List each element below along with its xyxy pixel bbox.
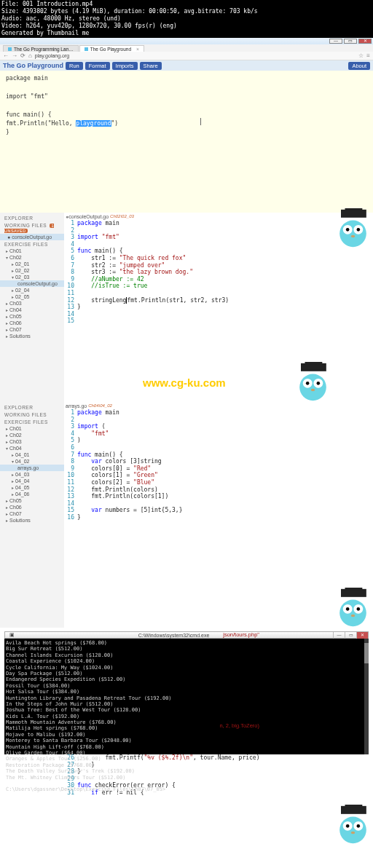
svg-point-26 [339,817,366,844]
folder-item[interactable]: Ch02 [0,432,64,438]
svg-point-22 [357,607,361,611]
sidebar-item-file[interactable]: arrays.go [0,465,64,471]
reload-button[interactable]: ⟳ [20,52,25,59]
working-files-heading[interactable]: WORKING FILES [0,411,64,418]
maximize-button[interactable]: ▭ [344,39,357,44]
folder-item[interactable]: Ch05 [0,497,64,504]
code-editor-window: EXPLORER WORKING FILES EXERCISE FILES Ch… [0,402,373,628]
background-code-snippet: n, 2, big.ToZero) [219,722,259,729]
minimize-button[interactable]: — [333,632,345,639]
back-button[interactable]: ← [3,52,9,59]
svg-rect-17 [345,588,363,591]
maximize-button[interactable]: ▭ [345,632,356,639]
format-button[interactable]: Format [85,62,110,70]
favicon-icon [85,47,88,51]
folder-item[interactable]: Ch05 [0,313,64,320]
text-cursor [200,118,201,125]
about-button[interactable]: About [348,62,370,70]
folder-item[interactable]: Ch04 [0,307,64,313]
run-button[interactable]: Run [66,62,83,70]
exercise-files-heading[interactable]: EXERCISE FILES [0,418,64,425]
svg-point-30 [357,824,361,828]
close-button[interactable]: ✕ [356,632,368,639]
folder-item[interactable]: 02_02 [0,267,64,274]
folder-ch01[interactable]: Ch01 [0,248,64,254]
code-editor[interactable]: package main import "fmt" func main() { … [0,71,373,213]
folder-item[interactable]: Ch04 [0,445,64,451]
svg-point-14 [317,382,321,385]
folder-item[interactable]: Ch01 [0,425,64,432]
folder-item[interactable]: 04_01 [0,451,64,458]
folder-item[interactable]: Solutions [0,333,64,339]
tab-close-icon[interactable]: × [136,47,139,52]
share-button[interactable]: Share [140,62,162,70]
explorer-heading: EXPLORER [0,214,64,221]
svg-rect-1 [345,208,363,211]
folder-item[interactable]: Solutions [0,517,64,524]
folder-item[interactable]: Ch06 [0,504,64,510]
browser-tab-active[interactable]: The Go Playground × [79,45,144,52]
home-button[interactable]: ⌂ [28,52,32,59]
svg-point-2 [339,221,366,248]
window-titlebar: — ▭ ✕ [0,38,373,44]
folder-item[interactable]: 04_06 [0,491,64,497]
folder-item[interactable]: 04_04 [0,478,64,484]
folder-ch02[interactable]: Ch02 [0,254,64,261]
bookmark-icon[interactable]: ☆ [358,52,364,59]
folder-item[interactable]: Ch03 [0,438,64,445]
menu-icon[interactable]: ≡ [366,52,370,59]
code-editor-window: EXPLORER WORKING FILES 1 UNSAVED ● conso… [0,213,333,402]
editor-pane[interactable]: arrays.go Ch04\04_02 1234567891011121314… [64,402,373,628]
minimize-button[interactable]: — [329,39,342,44]
code-content[interactable]: package main import "fmt" func main() { … [77,220,333,325]
svg-point-18 [339,600,366,627]
svg-point-15 [311,389,315,392]
folder-item[interactable]: 02_03 [0,274,64,280]
browser-window: — ▭ ✕ The Go Programming Lan… The Go Pla… [0,38,373,213]
svg-point-6 [357,228,361,232]
folder-item[interactable]: Ch07 [0,510,64,517]
folder-item[interactable]: 04_03 [0,471,64,478]
cmd-window: ▣ C:\Windows\system32\cmd.exe — ▭ ✕ Avil… [4,631,369,754]
folder-item[interactable]: Ch06 [0,320,64,326]
background-code-snippet: json/tours.php" [223,631,259,638]
sidebar-item-file[interactable]: consoleOutput.go [0,280,64,287]
folder-item[interactable]: Ch07 [0,326,64,333]
svg-point-5 [346,228,350,232]
svg-rect-25 [345,805,363,808]
explorer-sidebar: EXPLORER WORKING FILES 1 UNSAVED ● conso… [0,213,64,402]
browser-tab[interactable]: The Go Programming Lan… [3,45,79,52]
cmd-titlebar[interactable]: ▣ C:\Windows\system32\cmd.exe — ▭ ✕ [4,631,369,639]
address-bar[interactable]: play.golang.org [35,53,69,58]
editor-tab[interactable]: arrays.go Ch04\04_02 [64,402,373,409]
sidebar-item-working-file[interactable]: ● consoleOutput.go [0,234,64,240]
scrollbar-thumb[interactable] [364,643,369,663]
working-files-heading[interactable]: WORKING FILES 1 UNSAVED [0,221,64,234]
svg-point-7 [351,235,356,238]
favicon-icon [8,47,12,51]
folder-item[interactable]: 02_05 [0,293,64,300]
line-gutter: 123456789101112131415 [64,220,77,325]
folder-item[interactable]: 04_05 [0,484,64,491]
close-button[interactable]: ✕ [358,39,372,44]
folder-item[interactable]: 02_01 [0,261,64,267]
browser-toolbar: ← → ⟳ ⌂ play.golang.org ☆ ≡ [0,52,373,60]
folder-item[interactable]: Ch03 [0,300,64,307]
watermark-text: www.cg-ku.com [143,376,226,389]
video-metadata-overlay: File: 001 Introduction.mp4 Size: 4393802… [0,0,373,38]
svg-point-13 [306,382,310,385]
svg-point-23 [351,615,356,618]
exercise-files-heading[interactable]: EXERCISE FILES [0,240,64,248]
explorer-sidebar: EXPLORER WORKING FILES EXERCISE FILES Ch… [0,402,64,628]
playground-header: The Go Playground Run Format Imports Sha… [0,60,373,71]
gopher-mascot-icon [333,588,373,628]
gopher-mascot-icon [333,208,373,248]
folder-item[interactable]: 04_02 [0,458,64,465]
forward-button[interactable]: → [12,52,17,59]
editor-tab[interactable]: ● consoleOutput.go Ch02\02_03 [64,213,333,220]
svg-point-10 [299,374,326,401]
imports-button[interactable]: Imports [112,62,138,70]
cmd-output[interactable]: Avila Beach Hot springs ($768.00) Big Su… [4,639,369,754]
code-content[interactable]: package main import ( "fmt" ) func main(… [77,409,373,521]
folder-item[interactable]: 02_04 [0,287,64,293]
